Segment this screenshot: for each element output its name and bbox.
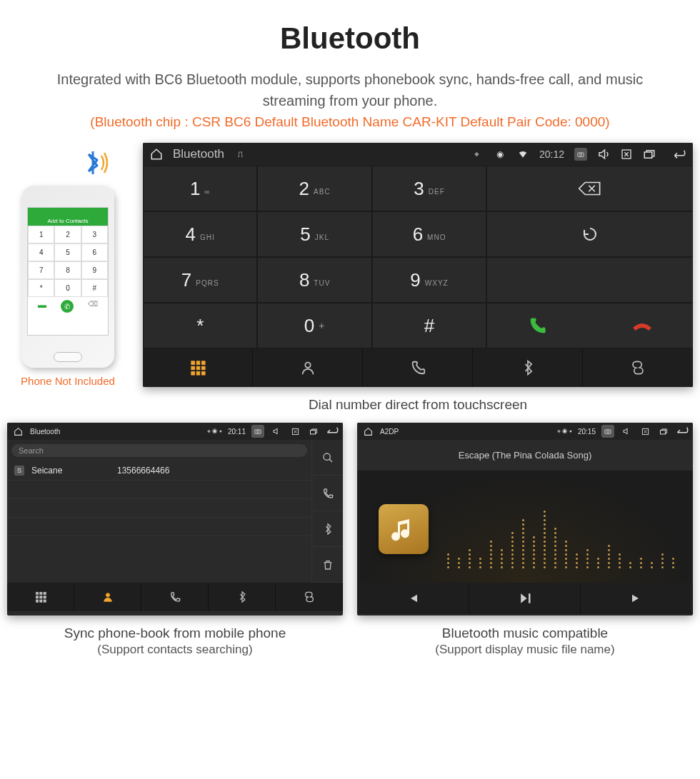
player-controls [357,583,693,614]
search-input[interactable]: Search [11,444,307,457]
contact-number: 13566664466 [117,466,169,476]
svg-rect-20 [39,592,41,594]
page-subtitle: Integrated with BC6 Bluetooth module, su… [0,56,700,114]
svg-point-13 [305,363,310,368]
back-icon[interactable] [326,425,339,438]
close-icon[interactable] [620,148,633,161]
contacts-tab[interactable] [253,348,363,387]
a2dp-device: A2DP ⌖ ◉ ▾ 20:15 Escape (The Pina Colada… [357,423,693,615]
wifi-icon [516,148,529,161]
key-5[interactable]: 5JKL [257,211,371,257]
bluetooth-tab[interactable] [473,348,583,387]
call-button[interactable] [312,476,343,511]
visualizer [357,471,693,583]
bottom-tabs [7,583,343,611]
contact-row[interactable]: S Seicane 13566664466 [7,461,311,481]
prev-track-button[interactable] [357,583,469,614]
key-4[interactable]: 4GHI [143,211,257,257]
delete-button[interactable] [312,547,343,583]
bluetooth-tab[interactable] [209,583,276,611]
svg-rect-8 [196,366,200,370]
titlebar-title: A2DP [380,428,399,436]
svg-rect-27 [44,600,46,602]
home-icon[interactable] [150,148,163,161]
volume-icon[interactable] [620,425,633,438]
svg-rect-4 [191,361,194,365]
bluetooth-button[interactable] [312,511,343,547]
location-icon: ◉ [494,148,506,161]
key-6[interactable]: 6MNO [372,211,486,257]
bottom-tabs [143,348,693,387]
call-log-tab[interactable] [363,348,473,387]
bluetooth-status-icon: ⌖ [471,148,484,161]
clock: 20:12 [539,149,564,160]
back-icon[interactable] [676,425,689,438]
svg-rect-24 [44,596,46,598]
add-to-contacts: Add to Contacts [28,216,108,226]
svg-point-1 [579,154,581,156]
svg-rect-22 [36,596,38,598]
hangup-button[interactable] [592,318,692,333]
key-3[interactable]: 3DEF [372,166,486,211]
key-7[interactable]: 7PQRS [143,257,257,303]
dialpad-tab[interactable] [7,583,74,611]
clock: 20:11 [228,428,246,436]
empty-cell [486,211,693,257]
svg-rect-26 [39,600,41,602]
contact-badge: S [14,466,24,476]
svg-rect-3 [644,152,652,158]
dialpad-tab[interactable] [143,348,253,387]
close-icon[interactable] [639,425,651,438]
titlebar-title: Bluetooth [30,428,60,436]
clock: 20:15 [578,428,596,436]
redial-icon [579,226,601,243]
key-2[interactable]: 2ABC [257,166,371,211]
a2dp-subcaption: (Support display music file name) [357,643,693,667]
phone-not-included: Phone Not Included [7,375,129,387]
camera-icon[interactable] [601,425,614,438]
svg-point-30 [606,431,609,433]
svg-rect-6 [201,361,205,365]
page-title: Bluetooth [0,0,700,56]
titlebar-title: Bluetooth [173,147,224,161]
recent-apps-icon[interactable] [643,148,656,161]
recent-apps-icon[interactable] [657,425,670,438]
pair-tab[interactable] [276,583,343,611]
home-icon[interactable] [361,425,374,438]
svg-rect-5 [196,361,200,365]
key-1[interactable]: 1∞ [143,166,257,211]
call-controls [486,303,693,348]
contact-name: Seicane [31,466,110,476]
key-9[interactable]: 9WXYZ [372,257,486,303]
svg-rect-17 [311,430,316,434]
contact-row [7,499,311,518]
key-hash[interactable]: # [372,303,486,348]
pair-tab[interactable] [583,348,693,387]
dialer-caption: Dial number direct from touchscreen [143,387,693,423]
svg-rect-23 [39,596,41,598]
contacts-tab[interactable] [74,583,141,611]
recent-apps-icon[interactable] [307,425,320,438]
svg-rect-7 [191,366,194,370]
contacts-caption: Sync phone-book from mobile phone [7,615,343,643]
key-0[interactable]: 0+ [257,303,371,348]
home-icon[interactable] [11,425,24,438]
a2dp-caption: Bluetooth music compatible [357,615,693,643]
volume-icon[interactable] [597,148,610,161]
back-icon[interactable] [673,148,686,161]
play-pause-button[interactable] [469,583,581,614]
contact-row [7,536,311,555]
call-button[interactable] [487,316,587,336]
camera-icon[interactable] [251,425,264,438]
close-icon[interactable] [289,425,301,438]
svg-rect-10 [191,372,194,376]
key-8[interactable]: 8TUV [257,257,371,303]
next-track-button[interactable] [581,583,693,614]
camera-icon[interactable] [574,148,587,161]
backspace-button[interactable] [486,166,693,211]
call-log-tab[interactable] [141,583,209,611]
phone-illustration: Add to Contacts 123 456 789 *0# ▬ ✆ ⌫ Ph… [7,143,129,387]
key-star[interactable]: * [143,303,257,348]
volume-icon[interactable] [270,425,283,438]
search-button[interactable] [312,440,343,476]
